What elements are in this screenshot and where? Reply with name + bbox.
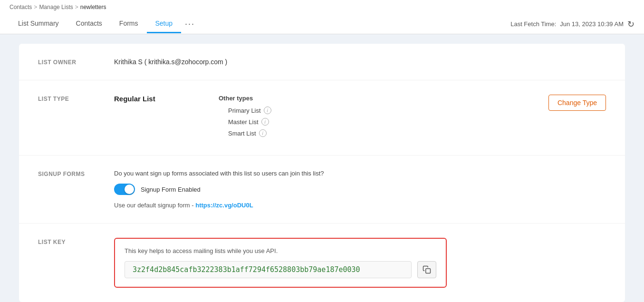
tab-list-summary[interactable]: List Summary [10, 15, 67, 33]
toggle-label: Signup Form Enabled [141, 186, 201, 193]
other-types-title: Other types [219, 95, 539, 102]
list-type-current: Regular List [114, 95, 209, 103]
breadcrumb-contacts[interactable]: Contacts [10, 4, 32, 10]
tab-bar: List Summary Contacts Forms Setup ··· [10, 14, 199, 34]
list-key-box: This key helps to access mailing lists w… [114, 238, 447, 288]
svg-rect-0 [426, 269, 431, 273]
list-key-label: LIST KEY [38, 238, 114, 245]
signup-forms-content: Do you want sign up forms associated wit… [114, 170, 606, 209]
default-form-url[interactable]: https://zc.vg/oDU0L [195, 202, 253, 209]
list-item: Smart List i [228, 129, 539, 137]
change-type-button[interactable]: Change Type [548, 95, 606, 111]
signup-forms-description: Do you want sign up forms associated wit… [114, 170, 606, 177]
master-list-info-icon[interactable]: i [261, 118, 269, 126]
default-form-prefix: Use our default signup form - [114, 202, 195, 209]
list-key-section: LIST KEY This key helps to access mailin… [19, 224, 625, 302]
list-owner-value: Krithika S ( krithika.s@zohocorp.com ) [114, 58, 606, 66]
other-types: Other types Primary List i Master List i [209, 95, 539, 141]
primary-list-label: Primary List [228, 107, 261, 114]
tab-setup[interactable]: Setup [147, 15, 182, 33]
list-item: Primary List i [228, 107, 539, 114]
copy-icon [423, 265, 431, 274]
primary-list-info-icon[interactable]: i [264, 107, 271, 114]
breadcrumb-sep-2: > [75, 4, 78, 10]
settings-card: LIST OWNER Krithika S ( krithika.s@zohoc… [19, 44, 625, 302]
fetch-label: Last Fetch Time: [510, 20, 556, 28]
smart-list-info-icon[interactable]: i [259, 129, 267, 137]
list-key-content: This key helps to access mailing lists w… [114, 238, 606, 288]
tab-contacts[interactable]: Contacts [67, 15, 111, 33]
refresh-icon[interactable]: ↻ [627, 19, 634, 29]
copy-key-button[interactable] [417, 261, 436, 278]
list-key-value-row: 3z2f4d2b845cafb3222383b1aff7294f6528803b… [125, 261, 436, 278]
signup-form-toggle[interactable] [114, 184, 135, 195]
breadcrumb-current: newletters [80, 4, 106, 10]
breadcrumb-sep-1: > [34, 4, 37, 10]
list-key-description: This key helps to access mailing lists w… [125, 247, 436, 254]
fetch-value: Jun 13, 2023 10:39 AM [560, 20, 624, 28]
signup-forms-label: SIGNUP FORMS [38, 170, 114, 177]
smart-list-label: Smart List [228, 130, 256, 137]
signup-forms-section: SIGNUP FORMS Do you want sign up forms a… [19, 156, 625, 224]
breadcrumb-manage-lists[interactable]: Manage Lists [39, 4, 73, 10]
toggle-knob [125, 185, 134, 194]
master-list-label: Master List [228, 118, 259, 126]
list-type-section: LIST TYPE Regular List Other types Prima… [19, 80, 625, 156]
list-key-value: 3z2f4d2b845cafb3222383b1aff7294f6528803b… [125, 261, 412, 278]
list-owner-section: LIST OWNER Krithika S ( krithika.s@zohoc… [19, 44, 625, 80]
tab-more[interactable]: ··· [181, 14, 199, 34]
list-owner-label: LIST OWNER [38, 58, 114, 66]
other-types-list: Primary List i Master List i Smart List … [219, 107, 539, 137]
toggle-row: Signup Form Enabled [114, 184, 606, 195]
list-type-content: Regular List Other types Primary List i … [114, 95, 606, 141]
main-content: LIST OWNER Krithika S ( krithika.s@zohoc… [0, 34, 644, 302]
breadcrumb: Contacts > Manage Lists > newletters [10, 4, 634, 10]
fetch-info: Last Fetch Time: Jun 13, 2023 10:39 AM ↻ [510, 19, 634, 29]
default-form-link-row: Use our default signup form - https://zc… [114, 202, 606, 209]
list-item: Master List i [228, 118, 539, 126]
tab-forms[interactable]: Forms [111, 15, 147, 33]
list-type-label: LIST TYPE [38, 95, 114, 102]
